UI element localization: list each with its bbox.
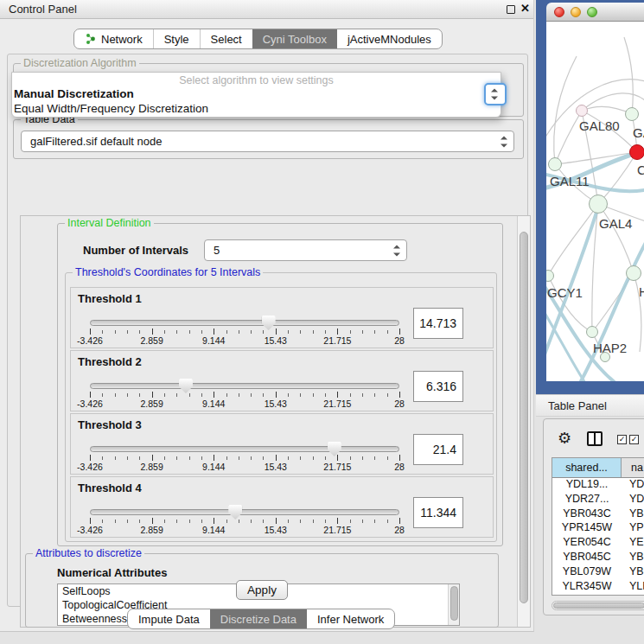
gear-icon[interactable]: ⚙ bbox=[558, 430, 571, 446]
algorithm-combo-focus-ring[interactable] bbox=[484, 83, 507, 105]
table-cell[interactable]: YLR345W bbox=[552, 580, 622, 595]
network-node[interactable] bbox=[586, 326, 598, 338]
table-cell[interactable]: YLR3 bbox=[622, 580, 644, 595]
slider-track[interactable] bbox=[90, 509, 399, 515]
table-row[interactable]: YBR045CYBR0 bbox=[552, 551, 644, 565]
attributes-scrollbar[interactable] bbox=[448, 584, 459, 625]
table-scrollbar-thumb[interactable] bbox=[553, 603, 644, 609]
checkbox-icon[interactable]: ✓ bbox=[617, 435, 627, 444]
table-cell[interactable]: YDL19... bbox=[552, 478, 622, 493]
threshold-value-field[interactable]: 6.316 bbox=[413, 371, 463, 402]
column-header-name[interactable]: na bbox=[622, 458, 644, 477]
tab-cyni-toolbox[interactable]: Cyni Toolbox bbox=[252, 29, 337, 48]
table-row[interactable]: YBL079WYBL0 bbox=[552, 565, 644, 580]
tab-select[interactable]: Select bbox=[200, 29, 252, 48]
table-cell[interactable]: YIL052C bbox=[552, 594, 622, 596]
split-view-icon[interactable] bbox=[587, 431, 603, 446]
table-cell[interactable]: YPR1 bbox=[622, 521, 644, 536]
slider-tick bbox=[374, 393, 375, 397]
slider-tick bbox=[325, 520, 326, 523]
slider-tick bbox=[115, 456, 116, 460]
algorithm-option-equal-width[interactable]: Equal Width/Frequency Discretization bbox=[12, 101, 501, 116]
zoom-traffic-light-icon[interactable] bbox=[587, 7, 597, 17]
threshold-label: Threshold 3 bbox=[78, 418, 142, 431]
close-traffic-light-icon[interactable] bbox=[554, 7, 564, 17]
slider-tick bbox=[164, 393, 165, 397]
slider-tick bbox=[325, 330, 326, 334]
checkbox-icon[interactable]: ✓ bbox=[629, 435, 639, 444]
table-cell[interactable]: YER0 bbox=[622, 536, 644, 551]
threshold-value-field[interactable]: 11.344 bbox=[413, 497, 463, 528]
table-row[interactable]: YDL19...YDL1 bbox=[552, 478, 644, 493]
network-node[interactable] bbox=[589, 194, 608, 214]
threshold-row: Threshold 2 -3.4262.8599.14415.4321.7152… bbox=[70, 350, 494, 411]
threshold-value-field[interactable]: 14.713 bbox=[413, 308, 463, 339]
table-data-combo[interactable]: galFiltered.sif default node bbox=[21, 131, 514, 152]
settings-scrollbar[interactable] bbox=[517, 216, 530, 627]
slider-tick bbox=[374, 330, 375, 334]
tab-network[interactable]: Network bbox=[74, 29, 153, 48]
network-node[interactable] bbox=[625, 107, 639, 121]
table-row[interactable]: YLR345WYLR3 bbox=[552, 580, 644, 595]
table-cell[interactable]: YER054C bbox=[552, 536, 622, 551]
table-cell[interactable]: YPR145W bbox=[552, 521, 622, 536]
tab-infer-network[interactable]: Infer Network bbox=[307, 609, 394, 628]
table-cell[interactable]: YBL0 bbox=[622, 565, 644, 580]
tab-label: Discretize Data bbox=[220, 613, 296, 626]
network-canvas[interactable]: GAL80GACGAL11GAL4GCY1HHAP2 bbox=[546, 22, 644, 381]
float-window-icon[interactable] bbox=[507, 5, 515, 14]
slider-tick bbox=[251, 456, 252, 460]
settings-scrollbar-thumb[interactable] bbox=[520, 232, 528, 603]
slider-tick bbox=[399, 455, 400, 461]
tab-impute-data[interactable]: Impute Data bbox=[128, 609, 210, 628]
slider-tick bbox=[189, 456, 190, 460]
slider-tick bbox=[350, 456, 351, 460]
table-row[interactable]: YER054CYER0 bbox=[552, 536, 644, 551]
apply-button[interactable]: Apply bbox=[236, 580, 288, 600]
tab-discretize-data[interactable]: Discretize Data bbox=[210, 609, 307, 628]
table-cell[interactable]: YBR0 bbox=[622, 507, 644, 522]
table-panel-title: Table Panel bbox=[548, 399, 607, 412]
slider-track[interactable] bbox=[90, 383, 399, 389]
tab-label: Style bbox=[164, 33, 189, 46]
network-node[interactable] bbox=[548, 157, 562, 171]
table-cell[interactable]: YBR0 bbox=[622, 551, 644, 565]
slider-tick bbox=[313, 456, 314, 460]
slider-track[interactable] bbox=[90, 446, 399, 452]
network-window-titlebar[interactable] bbox=[546, 3, 644, 22]
table-cell[interactable]: YDL1 bbox=[622, 478, 644, 493]
slider-tick bbox=[362, 520, 363, 523]
slider-tick bbox=[288, 393, 289, 397]
network-node[interactable] bbox=[629, 144, 644, 160]
network-node[interactable] bbox=[576, 105, 588, 117]
table-cell[interactable]: YBR043C bbox=[552, 507, 622, 522]
stepper-arrows-icon bbox=[491, 89, 498, 100]
close-icon[interactable]: ✕ bbox=[520, 2, 530, 15]
table-row[interactable]: YPR145WYPR1 bbox=[552, 521, 644, 536]
slider-scale-label: -3.426 bbox=[77, 462, 103, 472]
network-node[interactable] bbox=[600, 352, 610, 362]
table-cell[interactable]: YBR045C bbox=[552, 551, 622, 565]
table-row[interactable]: YIL052CYIL0 bbox=[552, 594, 644, 596]
table-horizontal-scrollbar[interactable] bbox=[552, 601, 644, 610]
network-node[interactable] bbox=[626, 265, 641, 281]
column-header-shared-name[interactable]: shared... bbox=[552, 458, 622, 477]
tab-style[interactable]: Style bbox=[153, 29, 200, 48]
table-cell[interactable]: YDR27... bbox=[552, 493, 622, 507]
table-row[interactable]: YDR27...YDR2 bbox=[552, 493, 644, 507]
slider-tick bbox=[226, 456, 227, 460]
network-node-label: GAL80 bbox=[579, 118, 620, 133]
slider-scale-label: 9.144 bbox=[202, 335, 225, 346]
algorithm-option-manual[interactable]: Manual Discretization bbox=[12, 86, 501, 101]
threshold-value-field[interactable]: 21.4 bbox=[413, 434, 463, 465]
tab-jactivemnodules[interactable]: jActiveMNodules bbox=[337, 29, 442, 48]
minimize-traffic-light-icon[interactable] bbox=[571, 7, 581, 17]
slider-tick bbox=[325, 456, 326, 460]
number-of-intervals-combo[interactable]: 5 bbox=[204, 239, 407, 261]
slider-track[interactable] bbox=[90, 320, 399, 326]
table-cell[interactable]: YDR2 bbox=[622, 493, 644, 507]
table-cell[interactable]: YBL079W bbox=[552, 565, 622, 580]
table-row[interactable]: YBR043CYBR0 bbox=[552, 507, 644, 522]
attributes-scrollbar-thumb[interactable] bbox=[450, 586, 458, 621]
table-cell[interactable]: YIL0 bbox=[622, 594, 644, 596]
